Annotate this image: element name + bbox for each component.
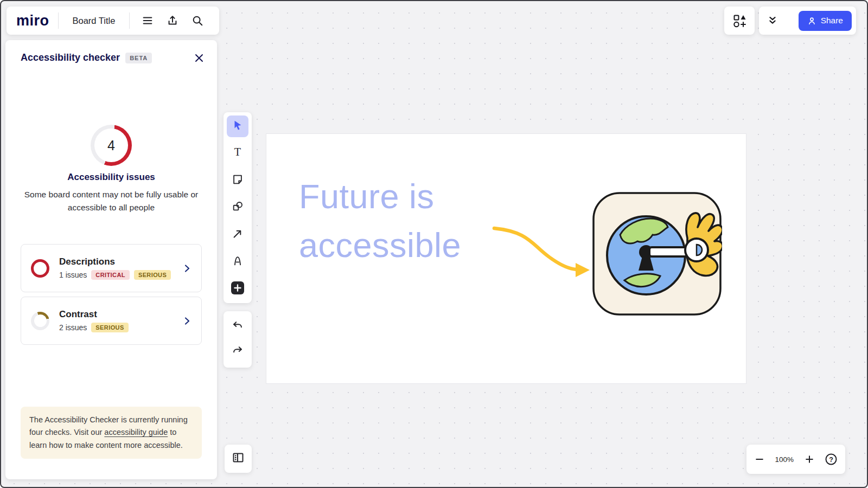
contrast-ring-icon [31,312,49,330]
share-toolbar: Share [759,7,856,35]
zoom-in-button[interactable] [804,454,815,465]
panel-title: Accessibility checker [21,52,120,63]
insert-shapes-icon [732,14,746,28]
undo-button[interactable] [227,316,248,338]
help-icon[interactable]: ? [825,453,838,466]
severity-badge-serious: SERIOUS [134,270,171,280]
plus-icon [231,281,245,297]
miro-board-window: miro Board Title Share [0,0,868,488]
issues-summary: Some board content may not be fully usab… [19,188,203,215]
history-toolbar [224,311,252,368]
person-icon [807,16,816,25]
connector-arrow-icon [232,228,244,242]
share-button-label: Share [821,16,843,25]
category-count: 2 issues [59,323,87,332]
headline-line-2: accessible [299,221,461,269]
close-icon[interactable] [194,53,204,63]
svg-text:T: T [234,146,241,158]
svg-text:?: ? [829,456,833,464]
issue-category-contrast[interactable]: Contrast 2 issues SERIOUS [21,297,202,345]
zoom-level[interactable]: 100% [775,455,794,464]
chevron-right-icon [183,264,192,273]
curved-arrow-connector[interactable] [490,216,598,281]
sticky-note-icon [232,174,244,188]
add-more-tool[interactable] [227,278,248,300]
divider [129,12,130,29]
issues-label: Accessibility issues [5,172,217,183]
category-count: 1 issues [59,271,87,279]
insert-apps-button[interactable] [724,7,755,35]
redo-button[interactable] [227,341,248,363]
headline-text[interactable]: Future is accessible [299,172,461,269]
category-name: Contrast [59,309,129,320]
zoom-out-button[interactable] [754,454,765,465]
globe-key-hand-illustration[interactable] [592,191,722,316]
board-frame[interactable]: Future is accessible [266,133,746,384]
text-tool[interactable]: T [227,143,248,164]
zoom-controls: 100% ? [746,445,845,474]
pen-tool[interactable] [227,251,248,273]
issues-score-ring: 4 [91,125,132,166]
export-icon[interactable] [167,15,178,27]
category-name: Descriptions [59,256,171,267]
shapes-icon [232,201,244,215]
issue-category-descriptions[interactable]: Descriptions 1 issues CRITICAL SERIOUS [21,244,202,292]
accessibility-guide-link[interactable]: accessibility guide [104,428,168,436]
board-header: miro Board Title [7,7,219,35]
checker-footnote: The Accessibility Checker is currently r… [21,407,202,459]
severity-badge-serious: SERIOUS [91,323,128,332]
undo-icon [232,320,244,334]
frames-icon [232,451,245,466]
cursor-icon [232,119,244,133]
shapes-tool[interactable] [227,197,248,219]
severity-badge-critical: CRITICAL [91,270,130,280]
beta-badge: BETA [125,53,152,63]
miro-logo[interactable]: miro [16,12,49,29]
text-icon: T [232,146,244,160]
menu-icon[interactable] [142,15,154,27]
frames-panel-toggle[interactable] [225,445,252,473]
select-tool[interactable] [227,115,248,137]
accessibility-checker-panel: Accessibility checker BETA 4 Accessibili… [5,40,217,479]
creation-toolbar: T [224,112,252,303]
pen-icon [232,255,244,269]
share-button[interactable]: Share [799,11,852,31]
redo-icon [232,345,244,359]
descriptions-ring-icon [31,259,49,278]
search-icon[interactable] [192,15,203,27]
chevron-right-icon [183,317,192,325]
double-chevron-down-icon[interactable] [767,15,778,27]
connector-tool[interactable] [227,224,248,246]
sticky-note-tool[interactable] [227,170,248,191]
issues-count: 4 [94,129,128,162]
board-title[interactable]: Board Title [59,16,130,26]
headline-line-1: Future is [299,172,461,221]
